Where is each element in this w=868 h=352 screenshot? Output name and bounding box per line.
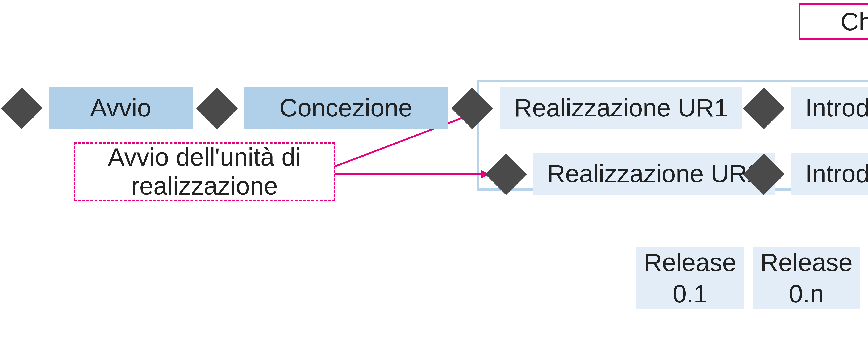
callout-project-closure-text: Chiusura del progetto	[841, 7, 868, 36]
phase-concezione-label: Concezione	[279, 94, 412, 122]
callout-unit-start: Avvio dell'unità di realizzazione	[74, 142, 335, 201]
phase-intro-ur1: Introduzione UR1	[791, 87, 868, 129]
phase-intro-ur2-label: Introduzione UR2	[805, 159, 868, 188]
phase-intro-ur1-label: Introduzione UR1	[805, 94, 868, 122]
phase-intro-ur2: Introduzione UR2	[791, 152, 868, 195]
release-01-version: 0.1	[673, 278, 708, 310]
phase-concezione: Concezione	[244, 87, 448, 129]
milestone-diamond	[452, 87, 493, 129]
milestone-diamond	[485, 153, 527, 195]
diagram-canvas: Chiusura del progetto Avvio dell'unità d…	[0, 0, 868, 352]
phase-real-ur1-label: Realizzazione UR1	[514, 94, 728, 122]
release-01-word: Release	[644, 247, 736, 278]
phase-real-ur2: Realizzazione UR2	[533, 152, 775, 195]
milestone-diamond	[1, 87, 42, 129]
phase-avvio: Avvio	[49, 87, 193, 129]
milestone-diamond	[743, 87, 785, 129]
phase-real-ur2-label: Realizzazione UR2	[547, 159, 761, 188]
callout-unit-start-text: Avvio dell'unità di realizzazione	[86, 143, 323, 201]
release-tile-0n: Release 0.n	[752, 247, 860, 309]
phase-avvio-label: Avvio	[90, 94, 151, 122]
release-tile-01: Release 0.1	[636, 247, 744, 309]
release-0n-word: Release	[760, 247, 852, 278]
callout-project-closure: Chiusura del progetto	[799, 3, 868, 40]
milestone-diamond	[196, 87, 238, 129]
release-0n-version: 0.n	[789, 278, 824, 310]
phase-real-ur1: Realizzazione UR1	[500, 87, 742, 129]
